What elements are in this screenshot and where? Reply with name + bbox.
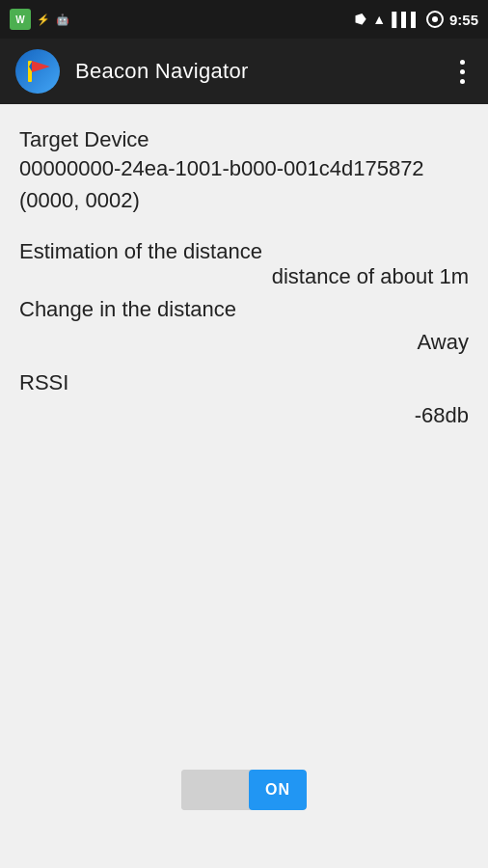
device-id: 00000000-24ea-1001-b000-001c4d175872 (00… (19, 152, 469, 216)
change-distance-value: Away (19, 330, 469, 355)
status-bar: W ⚡ 🤖 ⭓ ▲ ▌▌▌ 9:55 (0, 0, 488, 39)
status-bar-right: ⭓ ▲ ▌▌▌ 9:55 (355, 11, 478, 28)
status-time: 9:55 (449, 12, 478, 28)
target-device-section: Target Device 00000000-24ea-1001-b000-00… (19, 127, 469, 216)
menu-dot-3 (460, 79, 465, 84)
device-uuid: 00000000-24ea-1001-b000-001c4d175872 (19, 156, 424, 180)
target-device-label: Target Device (19, 127, 149, 151)
menu-dot-2 (460, 69, 465, 74)
more-options-button[interactable] (452, 52, 473, 92)
android-icon: 🤖 (56, 14, 69, 26)
toggle-container[interactable]: ON (181, 770, 307, 810)
usb-icon: ⚡ (37, 14, 50, 26)
status-bar-left: W ⚡ 🤖 (10, 9, 69, 30)
estimation-label: Estimation of the distance (19, 239, 469, 264)
content-area: Target Device 00000000-24ea-1001-b000-00… (0, 104, 488, 868)
rssi-section: RSSI -68db (19, 370, 469, 428)
ww-you-icon: W (10, 9, 31, 30)
device-coords: (0000, 0002) (19, 188, 140, 212)
toolbar: Beacon Navigator (0, 39, 488, 104)
toggle-off-area (181, 770, 249, 810)
toggle-switch[interactable]: ON (181, 770, 307, 810)
signal-icon: ▌▌▌ (392, 12, 420, 27)
toolbar-title: Beacon Navigator (75, 59, 452, 84)
toggle-on-button[interactable]: ON (249, 770, 307, 810)
wifi-icon: ▲ (372, 12, 386, 27)
rssi-value: -68db (19, 403, 469, 428)
app-icon (15, 49, 60, 94)
fast-charge-icon (426, 11, 444, 28)
menu-dot-1 (460, 60, 465, 65)
change-distance-label: Change in the distance (19, 297, 469, 322)
bluetooth-icon: ⭓ (355, 12, 366, 27)
svg-marker-1 (32, 61, 50, 72)
estimation-value: distance of about 1m (19, 264, 469, 289)
change-distance-section: Change in the distance Away (19, 297, 469, 355)
estimation-section: Estimation of the distance distance of a… (19, 239, 469, 289)
toggle-on-label: ON (265, 781, 290, 799)
rssi-label: RSSI (19, 370, 469, 395)
